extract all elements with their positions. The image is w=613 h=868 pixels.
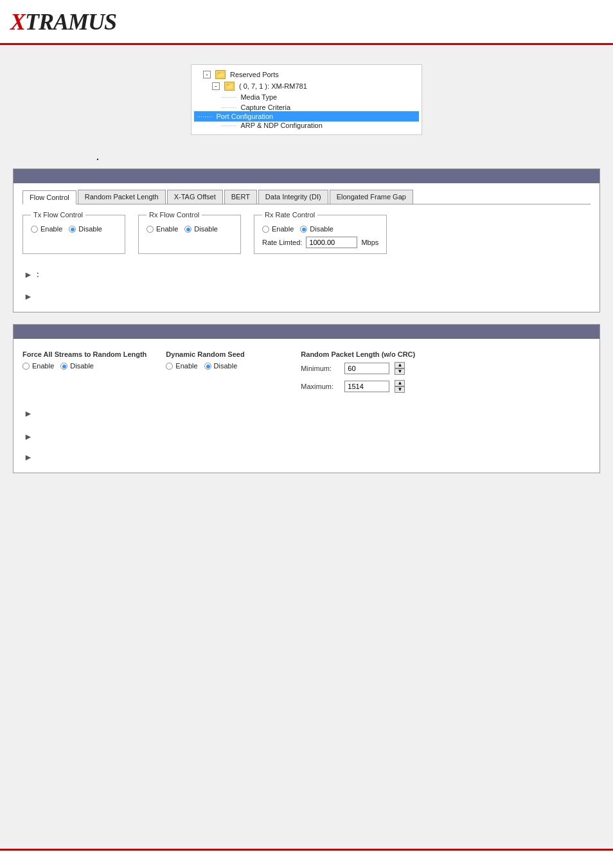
panel-random-packet: Force All Streams to Random Length Enabl…	[13, 324, 600, 473]
dynamic-seed-radio-group: Enable Disable	[166, 362, 281, 370]
min-spinner-row: Minimum: ▲ ▼	[301, 362, 416, 375]
arrow-icon-p2-3: ►	[24, 452, 33, 462]
dyn-disable-text: Disable	[214, 362, 238, 370]
rx-disable-radio[interactable]	[184, 226, 191, 233]
tree-label-port: Port Configuration	[216, 113, 273, 120]
dynamic-seed-title: Dynamic Random Seed	[166, 350, 281, 358]
tx-enable-text: Enable	[40, 225, 62, 233]
tree-label-media: Media Type	[240, 93, 277, 101]
tab-elongated[interactable]: Elongated Frame Gap	[330, 190, 413, 204]
min-label: Minimum:	[301, 365, 339, 372]
min-spinner-buttons: ▲ ▼	[395, 362, 405, 375]
rx-disable-label[interactable]: Disable	[184, 225, 218, 233]
rate-limited-label: Rate Limted:	[262, 239, 302, 246]
random-packet-length-section: Random Packet Length (w/o CRC) Minimum: …	[301, 350, 416, 393]
dyn-disable-radio[interactable]	[204, 363, 211, 370]
header: XTRAMUS	[0, 0, 613, 45]
tx-radio-group: Enable Disable	[31, 225, 117, 233]
random-packet-title: Random Packet Length (w/o CRC)	[301, 350, 416, 358]
panel1-body: Flow Control Random Packet Length X-TAG …	[13, 183, 600, 312]
logo: XTRAMUS	[10, 8, 116, 35]
dyn-enable-text: Enable	[175, 362, 197, 370]
rate-unit: Mbps	[361, 239, 378, 246]
tree-item-reserved-ports[interactable]: - 📁 Reserved Ports	[197, 69, 416, 80]
dot-arp: ········	[221, 122, 236, 129]
rx-radio-group: Enable Disable	[147, 225, 233, 233]
footer	[0, 849, 613, 868]
tab-xtag-offset[interactable]: X-TAG Offset	[167, 190, 223, 204]
logo-x: X	[10, 9, 25, 35]
tab-bert[interactable]: BERT	[224, 190, 257, 204]
force-all-disable-text: Disable	[70, 362, 94, 370]
main-content: - 📁 Reserved Ports - 📁 ( 0, 7, 1 ): XM-R…	[0, 45, 613, 498]
rx-enable-text: Enable	[156, 225, 178, 233]
arrow-icon-2: ►	[24, 291, 33, 302]
rx-enable-label[interactable]: Enable	[147, 225, 178, 233]
indicator-dot: ·	[96, 154, 99, 165]
arrow-row-p2-3: ►	[22, 448, 591, 466]
dot-port: ········	[197, 113, 212, 120]
tx-disable-radio[interactable]	[69, 226, 76, 233]
tree-label-xmrm: ( 0, 7, 1 ): XM-RM781	[239, 82, 307, 90]
panel1-header	[13, 169, 600, 183]
dyn-disable-label[interactable]: Disable	[204, 362, 238, 370]
tx-enable-radio[interactable]	[31, 226, 38, 233]
arrow-icon-p2-1: ►	[24, 408, 33, 419]
rx-rate-enable-label[interactable]: Enable	[262, 225, 294, 233]
tx-flow-control-group: Tx Flow Control Enable Disable	[22, 211, 125, 254]
flow-control-content: Tx Flow Control Enable Disable	[22, 211, 591, 254]
rx-rate-disable-text: Disable	[310, 225, 333, 233]
tree-item-arp[interactable]: ········ ARP & NDP Configuration	[197, 120, 416, 131]
dyn-enable-label[interactable]: Enable	[166, 362, 197, 370]
rx-rate-legend: Rx Rate Control	[262, 211, 317, 219]
force-all-radio-group: Enable Disable	[22, 362, 147, 370]
force-all-enable-radio[interactable]	[22, 363, 30, 370]
max-spinner-buttons: ▲ ▼	[395, 380, 405, 393]
tree-label-arp: ARP & NDP Configuration	[240, 122, 322, 129]
force-all-enable-text: Enable	[32, 362, 54, 370]
panel2-body: Force All Streams to Random Length Enabl…	[13, 339, 600, 473]
tx-flow-legend: Tx Flow Control	[31, 211, 85, 219]
arrow-row-2: ►	[22, 287, 591, 305]
dot-media: ········	[221, 93, 236, 101]
dyn-enable-radio[interactable]	[166, 363, 173, 370]
arrow-icon-p2-2: ►	[24, 431, 33, 442]
expand-icon-xmrm[interactable]: -	[212, 82, 220, 90]
force-all-section: Force All Streams to Random Length Enabl…	[22, 350, 147, 393]
tree-navigation: - 📁 Reserved Ports - 📁 ( 0, 7, 1 ): XM-R…	[191, 64, 422, 135]
tab-bar: Flow Control Random Packet Length X-TAG …	[22, 190, 591, 204]
min-input[interactable]	[344, 363, 389, 374]
force-all-enable-label[interactable]: Enable	[22, 362, 54, 370]
min-down-btn[interactable]: ▼	[395, 368, 405, 375]
tab-di[interactable]: Data Integrity (DI)	[258, 190, 328, 204]
max-input[interactable]	[344, 381, 389, 392]
min-up-btn[interactable]: ▲	[395, 362, 405, 368]
tree-item-xmrm781[interactable]: - 📁 ( 0, 7, 1 ): XM-RM781	[197, 80, 416, 92]
rx-rate-disable-label[interactable]: Disable	[300, 225, 333, 233]
tree-item-media-type[interactable]: ········ Media Type	[197, 92, 416, 102]
max-up-btn[interactable]: ▲	[395, 380, 405, 386]
logo-rest: TRAMUS	[25, 9, 116, 35]
rx-disable-text: Disable	[194, 225, 218, 233]
panel2-header	[13, 325, 600, 339]
rx-flow-legend: Rx Flow Control	[147, 211, 202, 219]
dot-capture: ········	[221, 104, 236, 111]
tab-flow-control[interactable]: Flow Control	[22, 190, 76, 204]
rx-rate-disable-radio[interactable]	[300, 226, 307, 233]
arrow-row-p2-1: ►	[22, 404, 591, 422]
expand-icon-reserved[interactable]: -	[203, 71, 211, 78]
rx-rate-enable-radio[interactable]	[262, 226, 269, 233]
tab-random-packet[interactable]: Random Packet Length	[78, 190, 166, 204]
rx-rate-enable-text: Enable	[272, 225, 294, 233]
rate-limited-input[interactable]	[306, 237, 357, 248]
tree-label-capture: Capture Criteria	[240, 104, 290, 111]
rx-enable-radio[interactable]	[147, 226, 154, 233]
force-all-disable-label[interactable]: Disable	[60, 362, 94, 370]
rx-rate-radio-group: Enable Disable	[262, 225, 378, 233]
dynamic-seed-section: Dynamic Random Seed Enable Disable	[166, 350, 281, 393]
tx-enable-label[interactable]: Enable	[31, 225, 62, 233]
tx-disable-label[interactable]: Disable	[69, 225, 102, 233]
max-down-btn[interactable]: ▼	[395, 386, 405, 393]
arrow-row-1-label: :	[37, 270, 39, 279]
force-all-disable-radio[interactable]	[60, 363, 67, 370]
